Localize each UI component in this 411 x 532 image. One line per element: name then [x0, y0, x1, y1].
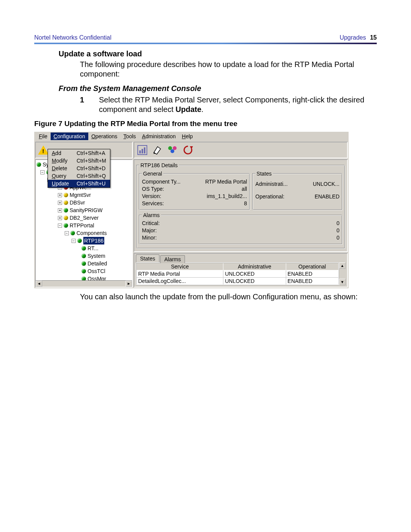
svg-rect-1 [139, 150, 141, 153]
grid-row[interactable]: DetailedLogCollec... UNLOCKED ENABLED [136, 278, 339, 285]
header-rule [34, 43, 377, 44]
kv-key: Component Ty... [142, 178, 180, 185]
tree-leaf[interactable]: Detailed [88, 260, 107, 267]
scroll-up-button[interactable]: ▲ [339, 262, 346, 269]
menu-item-delete[interactable]: DeleteCtrl+Shift+D [48, 165, 110, 172]
kv-key: Services: [142, 200, 164, 207]
header-page-number: 15 [370, 34, 377, 41]
kv-val: 0 [336, 234, 339, 241]
status-dot-icon [81, 261, 86, 266]
menubar: File Configuration Operations Tools Admi… [34, 132, 349, 141]
subheading: From the System Management Console [59, 84, 377, 93]
tree-expander[interactable]: + [58, 208, 62, 212]
tree-leaf[interactable]: OssTCl [88, 267, 105, 275]
tree-expander[interactable]: + [58, 216, 62, 220]
alarms-legend: Alarms [142, 212, 161, 218]
tree-node-dbsvr[interactable]: DBSvr [70, 199, 85, 206]
kv-key: Minor: [142, 234, 157, 241]
step-text-c: . [201, 105, 204, 113]
status-dot-icon [37, 162, 41, 167]
tree-node-components[interactable]: Components [76, 229, 107, 237]
figure-prefix: Figure 7 [34, 120, 64, 128]
grid-vscrollbar[interactable]: ▲ ▼ [339, 262, 346, 285]
configuration-dropdown: AddCtrl+Shift+A ModifyCtrl+Shift+M Delet… [48, 149, 110, 188]
grid-cell: UNLOCKED [223, 270, 286, 278]
general-legend: General [142, 171, 163, 177]
note-icon[interactable] [152, 144, 163, 156]
step-number: 1 [80, 95, 99, 114]
services-grid: Service Administrative Operational RTP M… [136, 262, 339, 285]
menu-operations[interactable]: Operations [88, 133, 120, 140]
intro-paragraph: The following procedure describes how to… [80, 60, 377, 79]
toolbar [134, 142, 348, 158]
kv-val: RTP Media Portal [205, 178, 247, 185]
svg-point-5 [173, 146, 177, 150]
grid-cell: DetailedLogCollec... [136, 278, 223, 285]
kv-key: OS Type: [142, 185, 164, 193]
kv-val: 0 [336, 227, 339, 234]
status-dot-icon [64, 200, 68, 205]
tree-expander[interactable]: − [40, 170, 45, 174]
menu-item-add[interactable]: AddCtrl+Shift+A [48, 149, 110, 157]
header-confidential: Nortel Networks Confidential [34, 34, 112, 41]
status-dot-icon [77, 238, 82, 243]
status-dot-icon [64, 223, 68, 228]
grid-cell: ENABLED [286, 278, 339, 285]
step-text-a: Select the RTP Media Portal Server, sele… [99, 96, 364, 113]
status-dot-icon [81, 269, 86, 273]
col-operational[interactable]: Operational [286, 263, 339, 270]
status-dot-icon [64, 216, 68, 220]
svg-point-4 [168, 146, 172, 150]
menu-administration[interactable]: Administration [139, 133, 179, 140]
tree-node-mgmtsvr[interactable]: MgmtSvr [70, 191, 91, 199]
kv-val: ENABLED [315, 193, 339, 200]
chart-icon[interactable] [137, 144, 148, 156]
menu-item-update[interactable]: UpdateCtrl+Shift+U [48, 180, 110, 187]
col-service[interactable]: Service [136, 263, 223, 270]
figure-caption: Figure 7 Updating the RTP Media Portal f… [34, 120, 377, 128]
tab-states[interactable]: States [136, 254, 159, 262]
kv-val: UNLOCK... [313, 181, 339, 188]
users-icon[interactable] [167, 144, 178, 156]
scroll-left-button[interactable]: ◄ [36, 281, 42, 287]
scroll-right-button[interactable]: ► [126, 281, 132, 287]
tree-expander[interactable]: − [58, 224, 62, 228]
tree-leaf[interactable]: RT... [88, 244, 99, 252]
grid-row[interactable]: RTP Media Portal UNLOCKED ENABLED [136, 270, 339, 278]
menu-file[interactable]: File [36, 133, 51, 140]
tree-node-rtpportal[interactable]: RTPPortal [70, 222, 94, 229]
section-heading: Update a software load [59, 50, 377, 58]
refresh-icon[interactable] [182, 144, 194, 156]
tab-alarms[interactable]: Alarms [160, 255, 185, 263]
menu-item-query[interactable]: QueryCtrl+Shift+Q [48, 172, 110, 180]
tree-hscrollbar[interactable]: ◄ ► [36, 280, 132, 287]
tree-expander[interactable]: − [65, 231, 69, 235]
status-dot-icon [64, 208, 68, 212]
tree-node-rtp186[interactable]: RTP186 [83, 237, 104, 244]
figure-title: Updating the RTP Media Portal from the m… [64, 120, 237, 128]
tree-expander[interactable]: − [72, 239, 76, 243]
kv-key: Operational: [255, 193, 284, 200]
states-legend: States [255, 171, 273, 177]
kv-key: Critical: [142, 220, 160, 227]
warning-icon [38, 145, 49, 155]
scroll-down-button[interactable]: ▼ [339, 279, 346, 285]
tabs-panel: States Alarms Service Administrative Ope… [134, 253, 348, 288]
grid-cell: ENABLED [286, 270, 339, 278]
tree-expander[interactable]: + [58, 193, 62, 197]
menu-tools[interactable]: Tools [120, 133, 139, 140]
menu-item-modify[interactable]: ModifyCtrl+Shift+M [48, 157, 110, 165]
tree-leaf[interactable]: System [88, 252, 105, 260]
menu-configuration[interactable]: Configuration [51, 133, 88, 140]
details-title: RTP186 Details [139, 162, 179, 168]
menu-help[interactable]: Help [179, 133, 196, 140]
kv-key: Version: [142, 193, 161, 200]
tree-expander[interactable]: + [58, 201, 62, 205]
svg-rect-2 [142, 149, 143, 153]
details-panel: RTP186 Details General Component Ty...RT… [134, 159, 348, 252]
tree-node-sanityprigw[interactable]: SanityPRIGW [70, 206, 102, 214]
tree-node-db2server[interactable]: DB2_Server [70, 214, 99, 222]
col-administrative[interactable]: Administrative [223, 263, 286, 270]
kv-val: 8 [244, 200, 247, 207]
status-dot-icon [81, 254, 86, 258]
